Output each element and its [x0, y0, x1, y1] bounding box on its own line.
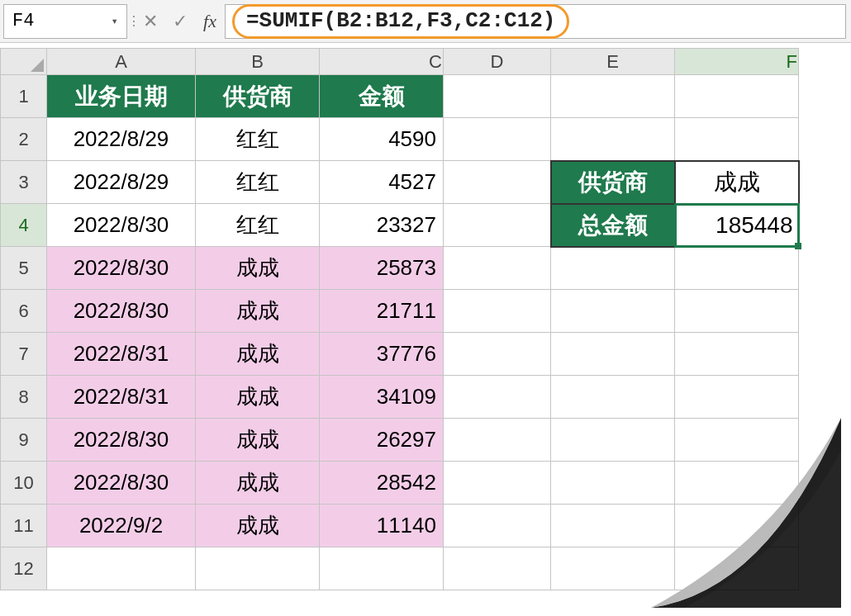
header-supplier[interactable]: 供货商	[196, 75, 320, 118]
row-header-2[interactable]: 2	[1, 118, 47, 161]
cell-A7[interactable]: 2022/8/31	[47, 333, 196, 376]
col-header-E[interactable]: E	[551, 49, 675, 75]
cell-A12[interactable]	[47, 547, 196, 590]
cell-D6[interactable]	[444, 290, 551, 333]
summary-supplier-label[interactable]: 供货商	[551, 161, 675, 204]
cell-B11[interactable]: 成成	[196, 505, 320, 547]
cell-C7[interactable]: 37776	[320, 333, 444, 376]
chevron-down-icon[interactable]: ▾	[112, 14, 118, 28]
select-all-corner[interactable]	[1, 49, 47, 75]
formula-input[interactable]: =SUMIF(B2:B12,F3,C2:C12)	[225, 4, 846, 39]
cell-E11[interactable]	[551, 505, 675, 547]
cell-E2[interactable]	[551, 118, 675, 161]
cell-D9[interactable]	[444, 419, 551, 462]
row-header-4[interactable]: 4	[1, 204, 47, 247]
cell-B2[interactable]: 红红	[196, 118, 320, 161]
cell-A9[interactable]: 2022/8/30	[47, 419, 196, 462]
cell-A6[interactable]: 2022/8/30	[47, 290, 196, 333]
cell-F5[interactable]	[675, 247, 799, 290]
cell-B10[interactable]: 成成	[196, 462, 320, 505]
cell-D3[interactable]	[444, 161, 551, 204]
cell-F2[interactable]	[675, 118, 799, 161]
cell-E7[interactable]	[551, 333, 675, 376]
cell-E1[interactable]	[551, 75, 675, 118]
cell-F11[interactable]	[675, 505, 799, 547]
cell-D11[interactable]	[444, 505, 551, 547]
cell-A3[interactable]: 2022/8/29	[47, 161, 196, 204]
cell-D1[interactable]	[444, 75, 551, 118]
cell-D10[interactable]	[444, 462, 551, 505]
header-date[interactable]: 业务日期	[47, 75, 196, 118]
cell-A11[interactable]: 2022/9/2	[47, 505, 196, 547]
table-row: 82022/8/31成成34109	[1, 376, 799, 419]
cell-E10[interactable]	[551, 462, 675, 505]
cell-A4[interactable]: 2022/8/30	[47, 204, 196, 247]
cell-F10[interactable]	[675, 462, 799, 505]
confirm-icon[interactable]: ✓	[165, 4, 195, 39]
row-header-1[interactable]: 1	[1, 75, 47, 118]
cell-F1[interactable]	[675, 75, 799, 118]
cell-D4[interactable]	[444, 204, 551, 247]
cell-D5[interactable]	[444, 247, 551, 290]
cell-C4[interactable]: 23327	[320, 204, 444, 247]
cell-D8[interactable]	[444, 376, 551, 419]
fx-icon[interactable]: fx	[195, 4, 225, 39]
summary-total-label[interactable]: 总金额	[551, 204, 675, 247]
row-header-5[interactable]: 5	[1, 247, 47, 290]
cell-D12[interactable]	[444, 547, 551, 590]
cell-F7[interactable]	[675, 333, 799, 376]
cell-A2[interactable]: 2022/8/29	[47, 118, 196, 161]
row-header-11[interactable]: 11	[1, 505, 47, 547]
cell-E8[interactable]	[551, 376, 675, 419]
row-header-12[interactable]: 12	[1, 547, 47, 590]
cell-C11[interactable]: 11140	[320, 505, 444, 547]
cell-C12[interactable]	[320, 547, 444, 590]
cell-A10[interactable]: 2022/8/30	[47, 462, 196, 505]
cell-B5[interactable]: 成成	[196, 247, 320, 290]
cell-C8[interactable]: 34109	[320, 376, 444, 419]
row-header-6[interactable]: 6	[1, 290, 47, 333]
header-amount[interactable]: 金额	[320, 75, 444, 118]
row-header-9[interactable]: 9	[1, 419, 47, 462]
cell-B9[interactable]: 成成	[196, 419, 320, 462]
cell-D2[interactable]	[444, 118, 551, 161]
cell-C10[interactable]: 28542	[320, 462, 444, 505]
row-header-7[interactable]: 7	[1, 333, 47, 376]
cell-B12[interactable]	[196, 547, 320, 590]
spreadsheet-grid[interactable]: A B C D E F 1 业务日期 供货商 金额 22022/8/29红红45…	[0, 48, 851, 590]
summary-supplier-value[interactable]: 成成	[675, 161, 799, 204]
col-header-B[interactable]: B	[196, 49, 320, 75]
cell-D7[interactable]	[444, 333, 551, 376]
cell-E5[interactable]	[551, 247, 675, 290]
cell-C9[interactable]: 26297	[320, 419, 444, 462]
table-row: 92022/8/30成成26297	[1, 419, 799, 462]
cell-F9[interactable]	[675, 419, 799, 462]
cell-B6[interactable]: 成成	[196, 290, 320, 333]
col-header-A[interactable]: A	[47, 49, 196, 75]
cell-B7[interactable]: 成成	[196, 333, 320, 376]
row-header-10[interactable]: 10	[1, 462, 47, 505]
cell-A5[interactable]: 2022/8/30	[47, 247, 196, 290]
cell-B3[interactable]: 红红	[196, 161, 320, 204]
row-header-3[interactable]: 3	[1, 161, 47, 204]
cell-B4[interactable]: 红红	[196, 204, 320, 247]
cell-C6[interactable]: 21711	[320, 290, 444, 333]
cell-B8[interactable]: 成成	[196, 376, 320, 419]
col-header-D[interactable]: D	[444, 49, 551, 75]
cell-E6[interactable]	[551, 290, 675, 333]
col-header-F[interactable]: F	[675, 49, 799, 75]
row-header-8[interactable]: 8	[1, 376, 47, 419]
cell-F12[interactable]	[675, 547, 799, 590]
cell-E9[interactable]	[551, 419, 675, 462]
cancel-icon[interactable]: ✕	[135, 4, 165, 39]
name-box[interactable]: F4 ▾	[3, 4, 127, 39]
cell-C2[interactable]: 4590	[320, 118, 444, 161]
cell-A8[interactable]: 2022/8/31	[47, 376, 196, 419]
cell-C3[interactable]: 4527	[320, 161, 444, 204]
summary-total-value[interactable]: 185448	[675, 204, 799, 247]
cell-F8[interactable]	[675, 376, 799, 419]
cell-E12[interactable]	[551, 547, 675, 590]
cell-C5[interactable]: 25873	[320, 247, 444, 290]
cell-F6[interactable]	[675, 290, 799, 333]
col-header-C[interactable]: C	[320, 49, 444, 75]
